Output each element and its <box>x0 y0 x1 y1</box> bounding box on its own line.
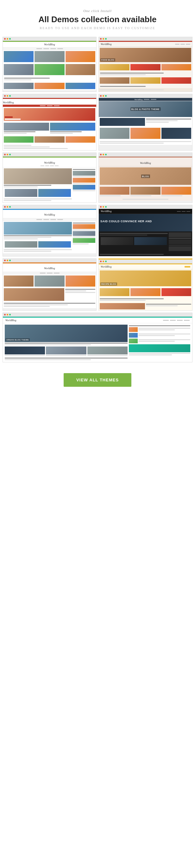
side-row-11a <box>129 327 190 332</box>
browser-chrome-6 <box>99 153 192 157</box>
theme-preview-8: WorldBlog Said COULD CoNVINCE HER AND <box>99 209 192 256</box>
urb-item-2 <box>46 346 86 356</box>
dot-yellow-1 <box>7 38 8 40</box>
mag-img-3c <box>4 136 34 143</box>
minimal-grid-5 <box>4 188 72 198</box>
demo-item-10[interactable]: WorldBlog Recipe Blog <box>99 258 192 311</box>
sk-11h <box>129 325 190 326</box>
urban-nav <box>163 320 190 321</box>
dark-footer-text <box>99 253 192 256</box>
pet-img-9b <box>35 276 64 287</box>
theme-preview-4: WorldBlog Blog & Photo Theme <box>99 98 192 145</box>
mag-col-right <box>50 123 95 134</box>
theme-preview-5: WorldBlog <box>3 157 96 203</box>
sk-7i <box>73 244 89 244</box>
sk-11g <box>5 359 91 360</box>
mock-img-1c <box>66 51 95 62</box>
mag-img-3a <box>4 123 49 131</box>
demo-item-6[interactable]: WorldBlog Blog <box>99 153 192 203</box>
dot-green-7 <box>9 206 11 208</box>
pet-grid-9a <box>3 275 96 287</box>
demo-item-11[interactable]: WorldBlog Urban Blog Theme <box>3 313 192 362</box>
urb-item-3 <box>87 346 127 356</box>
demo-item-9[interactable]: WorldBlog <box>3 258 96 311</box>
side-img-11c <box>129 339 138 343</box>
dark-grid-8 <box>100 236 168 246</box>
yellow-hero-overlay: Recipe Blog <box>100 282 117 286</box>
nav-5c <box>50 165 54 166</box>
dot-red-1 <box>4 38 6 40</box>
pet-featured-img <box>4 288 64 301</box>
sk-7a <box>4 235 72 236</box>
mock-img-1i <box>66 83 95 89</box>
yellow-grid-10a <box>99 287 192 297</box>
side-7a <box>73 224 95 229</box>
dot-green-1 <box>9 38 11 40</box>
mock-logo-9: WorldBlog <box>44 267 55 270</box>
food-img-2e <box>130 78 160 84</box>
urb-img-11c <box>87 346 127 354</box>
sk-10c <box>146 304 191 305</box>
demo-item-3[interactable]: WorldBlog <box>3 94 96 151</box>
vintage-footer-text <box>99 198 192 201</box>
dot-green-10 <box>105 260 107 262</box>
food-img-2a <box>100 64 129 70</box>
side-text-11c <box>138 339 190 343</box>
mock-header-3: WorldBlog <box>3 99 96 104</box>
logo-4: WorldBlog <box>134 99 143 100</box>
nav-item-3 <box>50 48 56 49</box>
nav-4b <box>151 99 156 100</box>
demos-grid: WorldBlog <box>0 35 195 364</box>
vint-item-3 <box>161 187 191 197</box>
minimal-hero <box>4 168 72 184</box>
min-img-5b <box>38 189 71 197</box>
mock-logo-3: WorldBlog <box>3 101 13 104</box>
theme-preview-3: WorldBlog <box>3 98 96 150</box>
dot-yellow-4 <box>103 95 104 97</box>
urban-hero: Urban Blog Theme <box>5 324 127 342</box>
sk-6a <box>100 195 121 196</box>
side-text-11a <box>138 327 190 332</box>
dark-main <box>100 232 168 252</box>
dark-img-8a <box>101 237 133 245</box>
travel-img-4c <box>130 128 160 139</box>
demo-item-5[interactable]: WorldBlog <box>3 153 96 203</box>
browser-chrome-11 <box>3 313 192 317</box>
side-row-11b <box>129 333 190 338</box>
demo-item-1[interactable]: WorldBlog <box>3 37 96 92</box>
demo-item-4[interactable]: WorldBlog Blog & Photo Theme <box>99 94 192 151</box>
sk-7d <box>4 249 72 250</box>
nav-8b <box>182 211 186 212</box>
vintage-grid-6 <box>99 186 192 198</box>
travel-overlay: Blog & Photo Theme <box>130 107 160 111</box>
demo-item-2[interactable]: WorldBlog Food Blog <box>99 37 192 92</box>
travel-img-4b <box>100 128 129 139</box>
header-description: READY TO USE AND EACH DEMO IS EASY TO CU… <box>6 26 189 30</box>
clean-grid-7 <box>4 240 72 249</box>
sk-4b <box>146 120 178 121</box>
browser-chrome-1 <box>3 37 96 41</box>
mock-img-1f <box>66 64 95 75</box>
urb-img-11a <box>5 346 45 354</box>
dot-green-6 <box>105 154 107 155</box>
mock-logo-1: WorldBlog <box>44 43 55 46</box>
mag-img-3e <box>66 136 95 143</box>
nav-2a <box>175 44 180 45</box>
demo-item-8[interactable]: WorldBlog Said COULD CoNVINCE HER AND <box>99 205 192 256</box>
dot-yellow-2 <box>103 38 104 40</box>
view-all-themes-button[interactable]: View all Themes <box>64 373 131 387</box>
yel-img-10d <box>100 303 145 309</box>
sk-9b <box>65 290 86 291</box>
theme-preview-10: WorldBlog Recipe Blog <box>99 264 192 310</box>
urban-layout: Urban Blog Theme <box>3 323 192 362</box>
dot-yellow-3 <box>7 95 8 97</box>
sk-5c <box>4 198 72 199</box>
sk-11b <box>5 344 91 345</box>
clean-img-7b <box>38 241 71 248</box>
dark-side-1 <box>169 232 192 237</box>
sk-3e <box>4 145 31 146</box>
nav-item-1 <box>36 48 42 49</box>
dot-yellow-9 <box>7 260 8 261</box>
nav-5 <box>4 165 95 166</box>
demo-item-7[interactable]: WorldBlog <box>3 205 96 256</box>
